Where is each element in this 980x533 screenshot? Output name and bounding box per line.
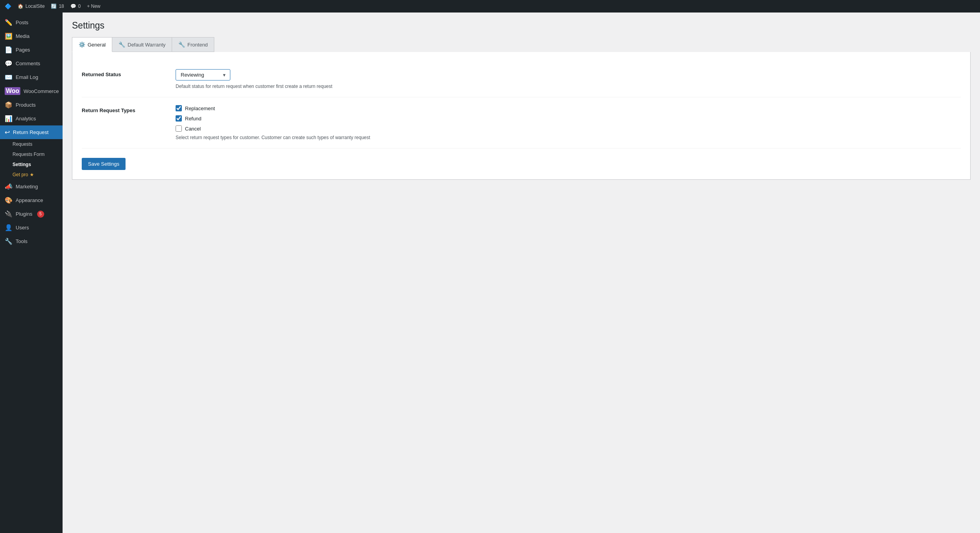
checkbox-refund[interactable]: Refund bbox=[176, 115, 961, 122]
wp-icon: 🔷 bbox=[5, 3, 11, 9]
updates-item[interactable]: 🔄 18 bbox=[51, 4, 64, 9]
main-content: Settings ⚙️ General 🔧 Default Warranty 🔧… bbox=[63, 13, 980, 533]
tab-general[interactable]: ⚙️ General bbox=[72, 37, 112, 52]
comments-icon: 💬 bbox=[5, 60, 13, 67]
status-dropdown-wrapper: Reviewing Approved Rejected Completed ▼ bbox=[176, 69, 230, 80]
submenu-settings[interactable]: Settings bbox=[0, 159, 63, 170]
sidebar-item-marketing[interactable]: 📣 Marketing bbox=[0, 180, 63, 193]
woo-icon: Woo bbox=[5, 87, 20, 95]
save-row: Save Settings bbox=[82, 148, 961, 170]
returned-status-description: Default status for return request when c… bbox=[176, 84, 961, 89]
return-request-types-control: Replacement Refund Cancel Select return … bbox=[176, 105, 961, 140]
admin-bar: 🔷 🏠 LocalSite 🔄 18 💬 0 + New bbox=[0, 0, 980, 13]
sidebar-item-posts[interactable]: ✏️ Posts bbox=[0, 16, 63, 29]
return-request-types-row: Return Request Types Replacement Refund bbox=[82, 97, 961, 148]
returned-status-select[interactable]: Reviewing Approved Rejected Completed bbox=[176, 69, 230, 80]
submenu-requests[interactable]: Requests bbox=[0, 139, 63, 149]
return-request-types-label: Return Request Types bbox=[82, 105, 160, 113]
sidebar: ✏️ Posts 🖼️ Media 📄 Pages 💬 Comments ✉️ … bbox=[0, 13, 63, 533]
sidebar-item-media[interactable]: 🖼️ Media bbox=[0, 29, 63, 43]
tab-frontend[interactable]: 🔧 Frontend bbox=[172, 37, 214, 52]
plugins-icon: 🔌 bbox=[5, 210, 13, 218]
sidebar-item-products[interactable]: 📦 Products bbox=[0, 98, 63, 112]
returned-status-label: Returned Status bbox=[82, 69, 160, 77]
comments-icon: 💬 bbox=[70, 4, 76, 9]
returned-status-row: Returned Status Reviewing Approved Rejec… bbox=[82, 61, 961, 97]
replacement-checkbox[interactable] bbox=[176, 105, 182, 111]
checkbox-cancel[interactable]: Cancel bbox=[176, 125, 961, 132]
checkbox-replacement[interactable]: Replacement bbox=[176, 105, 961, 111]
general-tab-icon: ⚙️ bbox=[79, 41, 85, 48]
warranty-tab-icon: 🔧 bbox=[118, 41, 125, 48]
sidebar-item-return-request[interactable]: ↩ Return Request bbox=[0, 125, 63, 139]
pages-icon: 📄 bbox=[5, 46, 13, 54]
return-request-types-description: Select return request types for customer… bbox=[176, 135, 961, 140]
cancel-checkbox[interactable] bbox=[176, 125, 182, 132]
sidebar-item-users[interactable]: 👤 Users bbox=[0, 221, 63, 234]
submenu-requests-form[interactable]: Requests Form bbox=[0, 149, 63, 159]
users-icon: 👤 bbox=[5, 224, 13, 231]
sidebar-item-analytics[interactable]: 📊 Analytics bbox=[0, 112, 63, 125]
refund-checkbox[interactable] bbox=[176, 115, 182, 122]
posts-icon: ✏️ bbox=[5, 19, 13, 26]
returned-status-control: Reviewing Approved Rejected Completed ▼ … bbox=[176, 69, 961, 89]
sidebar-item-email-log[interactable]: ✉️ Email Log bbox=[0, 70, 63, 84]
save-settings-button[interactable]: Save Settings bbox=[82, 158, 126, 170]
sidebar-item-tools[interactable]: 🔧 Tools bbox=[0, 234, 63, 248]
new-item[interactable]: + New bbox=[87, 4, 100, 9]
marketing-icon: 📣 bbox=[5, 183, 13, 190]
updates-icon: 🔄 bbox=[51, 4, 57, 9]
sidebar-item-pages[interactable]: 📄 Pages bbox=[0, 43, 63, 57]
page-title: Settings bbox=[72, 20, 971, 31]
sidebar-item-comments[interactable]: 💬 Comments bbox=[0, 57, 63, 70]
comments-item[interactable]: 💬 0 bbox=[70, 4, 81, 9]
return-request-icon: ↩ bbox=[5, 129, 10, 136]
tab-default-warranty[interactable]: 🔧 Default Warranty bbox=[112, 37, 172, 52]
frontend-tab-icon: 🔧 bbox=[178, 41, 185, 48]
pro-star-icon: ★ bbox=[30, 172, 34, 177]
analytics-icon: 📊 bbox=[5, 115, 13, 122]
sidebar-item-appearance[interactable]: 🎨 Appearance bbox=[0, 193, 63, 207]
media-icon: 🖼️ bbox=[5, 32, 13, 40]
sidebar-item-plugins[interactable]: 🔌 Plugins 5 bbox=[0, 207, 63, 221]
products-icon: 📦 bbox=[5, 101, 13, 109]
sidebar-item-woocommerce[interactable]: Woo WooCommerce bbox=[0, 84, 63, 98]
tools-icon: 🔧 bbox=[5, 238, 13, 245]
site-icon: 🏠 bbox=[18, 4, 23, 9]
email-log-icon: ✉️ bbox=[5, 73, 13, 81]
site-name[interactable]: 🏠 LocalSite bbox=[18, 4, 45, 9]
tabs: ⚙️ General 🔧 Default Warranty 🔧 Frontend bbox=[72, 37, 971, 52]
appearance-icon: 🎨 bbox=[5, 197, 13, 204]
settings-panel: Returned Status Reviewing Approved Rejec… bbox=[72, 52, 971, 180]
submenu-get-pro[interactable]: Get pro ★ bbox=[0, 170, 63, 180]
plugins-badge: 5 bbox=[37, 211, 44, 218]
checkbox-group: Replacement Refund Cancel bbox=[176, 105, 961, 132]
wp-logo[interactable]: 🔷 bbox=[5, 3, 11, 9]
